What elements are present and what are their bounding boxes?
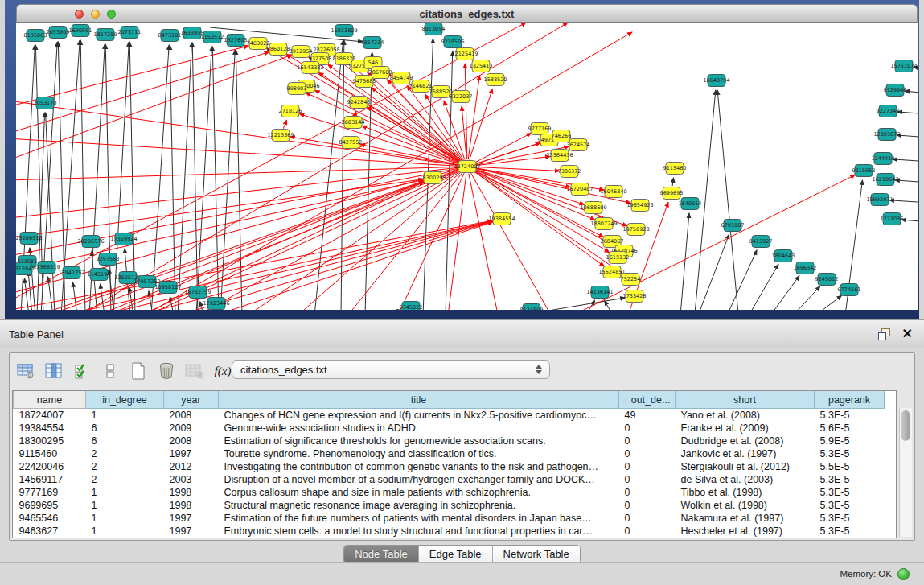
selected-edge[interactable] <box>355 112 355 116</box>
clear-selection-icon[interactable] <box>99 360 121 382</box>
column-header-title[interactable]: title <box>219 391 619 409</box>
column-header-pagerank[interactable]: pagerank <box>815 391 885 409</box>
selected-node[interactable]: 1615132 <box>606 252 630 264</box>
selected-node[interactable]: 19654923 <box>626 200 653 212</box>
node[interactable]: 1244419 <box>872 153 895 165</box>
selected-node[interactable]: 19384554 <box>488 213 515 225</box>
selected-node[interactable]: 1588520 <box>484 74 507 86</box>
node[interactable]: 1145194 <box>88 269 111 281</box>
function-builder-icon[interactable]: f(x) <box>211 360 234 382</box>
node[interactable]: 8473101 <box>158 30 182 42</box>
table-row[interactable]: 911546021997Tourette syndrome. Phenomeno… <box>14 447 885 460</box>
table-row[interactable]: 977716911998Corpus callosum shape and si… <box>14 486 885 499</box>
selected-node[interactable]: 12213569 <box>267 130 294 142</box>
selected-node[interactable]: 9699695 <box>660 187 684 200</box>
node[interactable]: 8124509 <box>520 304 544 311</box>
node[interactable]: 16033809 <box>331 25 357 37</box>
selected-edge[interactable] <box>16 55 292 169</box>
node[interactable]: 8135063 <box>24 30 47 42</box>
column-header-out-degree[interactable]: △out_de... <box>619 391 676 409</box>
table-row[interactable]: 2242004622012Investigating the contribut… <box>14 460 885 473</box>
node[interactable]: 9218506 <box>441 36 465 48</box>
selected-node[interactable]: 1325413 <box>470 60 493 72</box>
selected-edge[interactable] <box>474 170 603 237</box>
edge[interactable] <box>770 276 799 310</box>
selected-edge[interactable] <box>306 93 461 163</box>
edge[interactable] <box>749 264 778 310</box>
node[interactable]: 2053170 <box>34 97 57 109</box>
node[interactable]: 9245012 <box>815 274 839 286</box>
edge[interactable] <box>151 45 169 310</box>
edge[interactable] <box>129 42 135 310</box>
node[interactable]: 1640354 <box>679 198 702 210</box>
node[interactable]: 1690591 <box>69 25 92 37</box>
selected-edge[interactable] <box>92 182 424 310</box>
table-row[interactable]: 1938455462009Genome-wide association stu… <box>14 422 885 435</box>
selected-node[interactable]: 15720407 <box>566 183 593 196</box>
node[interactable]: 1527605 <box>224 35 248 47</box>
selected-node[interactable]: 9777169 <box>528 123 552 135</box>
node[interactable]: 9297588 <box>97 253 120 266</box>
node[interactable]: 9129946 <box>884 84 907 97</box>
table-select-dropdown[interactable]: citations_edges.txt <box>232 360 550 379</box>
table-row[interactable]: 969969511998Structural magnetic resonanc… <box>14 499 885 512</box>
node[interactable]: 9215953 <box>852 165 876 177</box>
selected-edge[interactable] <box>469 174 499 310</box>
node[interactable]: 3315941 <box>16 263 35 275</box>
table-row[interactable]: 1456911722003Disruption of a novel membe… <box>14 473 885 486</box>
edge[interactable] <box>605 301 613 310</box>
selected-node[interactable]: 2603144 <box>342 117 365 129</box>
column-header-short[interactable]: short <box>676 391 815 409</box>
column-header-year[interactable]: year <box>164 391 219 409</box>
tab-network-table[interactable]: Network Table <box>493 546 580 563</box>
selected-node[interactable]: 23364436 <box>546 150 573 162</box>
edge[interactable] <box>815 295 841 310</box>
node[interactable]: 9415927 <box>749 236 773 248</box>
network-view-canvas[interactable]: 1872400774638228860128891295423226058932… <box>16 23 918 310</box>
node[interactable]: 15751074 <box>890 60 917 72</box>
selected-node[interactable]: 19756928 <box>622 224 649 236</box>
column-header-in-degree[interactable]: in_degree <box>86 391 164 409</box>
node[interactable]: 13942757 <box>58 267 84 279</box>
show-columns-icon[interactable] <box>43 360 65 382</box>
node[interactable]: 16648794 <box>703 75 729 87</box>
edge[interactable] <box>727 250 757 310</box>
edge[interactable] <box>24 278 29 310</box>
node[interactable]: 1696342 <box>794 262 817 274</box>
node[interactable]: 16210643 <box>872 174 898 186</box>
table-vertical-scrollbar[interactable] <box>899 408 912 537</box>
node[interactable]: 12093872 <box>873 129 900 141</box>
table-row[interactable]: 946554611997Estimation of the future num… <box>14 512 885 525</box>
delete-column-icon[interactable] <box>155 360 178 382</box>
selected-node[interactable]: 752254 <box>621 274 641 286</box>
edge[interactable] <box>178 43 191 310</box>
selected-node[interactable]: 8427552 <box>339 137 363 149</box>
tab-node-table[interactable]: Node Table <box>344 546 419 563</box>
float-window-icon[interactable] <box>878 328 890 340</box>
selected-node[interactable]: 9115460 <box>663 163 687 175</box>
network-window-titlebar[interactable]: citations_edges.txt <box>16 4 918 23</box>
edge[interactable] <box>897 112 918 114</box>
node[interactable]: 12923446 <box>203 298 229 310</box>
selected-node[interactable]: 2718126 <box>279 105 302 117</box>
table-row[interactable]: 1830029562008Estimation of significance … <box>14 435 885 447</box>
selected-node[interactable]: 8860128 <box>267 43 290 56</box>
edge[interactable] <box>893 159 918 162</box>
node[interactable]: 9745022 <box>400 302 423 311</box>
close-icon[interactable]: ✕ <box>902 326 913 341</box>
edge[interactable] <box>901 220 918 222</box>
selected-node[interactable]: 8322037 <box>450 91 473 103</box>
selected-node[interactable]: 998903 <box>287 83 307 95</box>
edge[interactable] <box>717 90 738 310</box>
selected-node[interactable]: 1733426 <box>623 290 647 303</box>
node[interactable]: 1857259 <box>94 29 117 41</box>
edge[interactable] <box>192 43 198 310</box>
selected-edge[interactable] <box>447 174 466 310</box>
edge[interactable] <box>672 178 673 186</box>
selected-node[interactable]: 3624574 <box>567 139 590 151</box>
node[interactable]: 6791907 <box>721 220 745 232</box>
selected-node[interactable]: 10688609 <box>580 202 606 214</box>
selected-edge[interactable] <box>315 90 461 163</box>
node[interactable]: 9227343 <box>877 105 900 117</box>
node[interactable]: 7857234 <box>361 37 384 49</box>
